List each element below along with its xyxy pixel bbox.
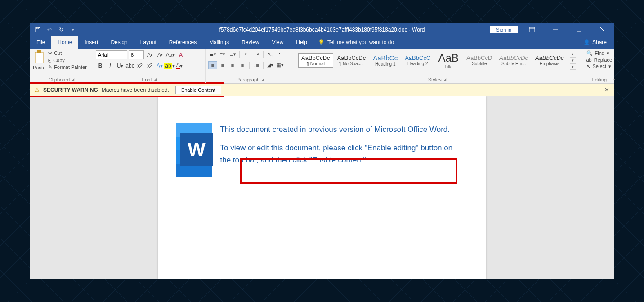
minimize-button[interactable]: [546, 23, 564, 36]
italic-button[interactable]: I: [106, 61, 115, 70]
brush-icon: ✎: [48, 64, 52, 70]
styles-group-label: Styles: [428, 77, 442, 82]
undo-icon[interactable]: ↶: [46, 27, 53, 33]
redo-icon[interactable]: ↻: [58, 27, 64, 33]
svg-rect-1: [529, 27, 535, 32]
group-editing: 🔍Find ▾ abReplace ↖Select ▾ Editing ˄: [579, 49, 620, 83]
close-button[interactable]: [593, 23, 611, 36]
change-case-icon[interactable]: Aa▾: [166, 50, 175, 59]
cut-button[interactable]: ✂Cut: [48, 50, 87, 56]
subscript-button[interactable]: x2: [135, 61, 144, 70]
font-color-icon[interactable]: A▾: [175, 61, 184, 70]
text-effects-icon[interactable]: A▾: [155, 61, 164, 70]
page: W This document created in previous vers…: [158, 96, 486, 279]
editing-group-label: Editing: [591, 77, 607, 82]
font-group-label: Font: [142, 77, 152, 82]
tab-home[interactable]: Home: [51, 36, 78, 49]
paste-button[interactable]: Paste: [33, 50, 45, 70]
font-size-select[interactable]: [129, 50, 144, 59]
style-title[interactable]: AaBTitle: [434, 50, 462, 71]
maximize-button[interactable]: [570, 23, 588, 36]
style--no-spac-[interactable]: AaBbCcDc¶ No Spac...: [334, 53, 369, 68]
styles-up-icon[interactable]: ▴: [570, 51, 576, 57]
tab-insert[interactable]: Insert: [78, 36, 104, 49]
style-emphasis[interactable]: AaBbCcDcEmphasis: [532, 53, 567, 68]
group-styles: AaBbCcDc¶ NormalAaBbCcDc¶ No Spac...AaBb…: [295, 49, 579, 83]
security-warning-bar: ⚠ SECURITY WARNING Macros have been disa…: [30, 84, 614, 96]
superscript-button[interactable]: x2: [145, 61, 154, 70]
window-title: f578d6e7fc4d204ef17549be7ea8f3b6bca4b410…: [219, 27, 425, 33]
word-window: ↶ ↻ ▾ f578d6e7fc4d204ef17549be7ea8f3b6bc…: [30, 23, 614, 279]
group-font: A▴ A▾ Aa▾ A̷ B I U▾ abc x2 x2 A▾ ab▾ A▾: [93, 49, 206, 83]
svg-rect-4: [577, 27, 581, 32]
copy-button[interactable]: ⎘Copy: [48, 58, 87, 63]
ribbon-display-icon[interactable]: [523, 23, 541, 36]
tell-me[interactable]: 💡 Tell me what you want to do: [318, 39, 394, 45]
strikethrough-button[interactable]: abc: [125, 61, 134, 70]
signin-button[interactable]: Sign in: [490, 26, 518, 33]
bold-button[interactable]: B: [96, 61, 105, 70]
tab-view[interactable]: View: [266, 36, 290, 49]
justify-icon[interactable]: ≡: [238, 61, 247, 69]
format-painter-button[interactable]: ✎Format Painter: [48, 64, 87, 70]
font-name-select[interactable]: [96, 50, 127, 59]
find-icon: 🔍: [586, 50, 593, 56]
align-right-icon[interactable]: ≡: [228, 61, 237, 69]
tab-help[interactable]: Help: [290, 36, 313, 49]
font-launcher-icon[interactable]: ◢: [154, 77, 157, 81]
tab-design[interactable]: Design: [104, 36, 134, 49]
ribbon-tabs: FileHomeInsertDesignLayoutReferencesMail…: [30, 36, 614, 49]
titlebar: ↶ ↻ ▾ f578d6e7fc4d204ef17549be7ea8f3b6bc…: [30, 23, 614, 36]
style-subtitle[interactable]: AaBbCcDSubtitle: [463, 53, 495, 68]
replace-button[interactable]: abReplace: [586, 57, 613, 63]
tab-layout[interactable]: Layout: [134, 36, 163, 49]
clipboard-launcher-icon[interactable]: ◢: [72, 77, 74, 81]
share-label: Share: [592, 39, 607, 45]
group-paragraph: ≣▾ ≡▾ ⊟▾ ⇤ ⇥ A↓ ¶ ≡ ≡ ≡ ≡ ↕≡: [206, 49, 295, 83]
shading-icon[interactable]: ◢▾: [266, 61, 275, 69]
tab-mailings[interactable]: Mailings: [203, 36, 235, 49]
tab-review[interactable]: Review: [235, 36, 265, 49]
style-heading-2[interactable]: AaBbCcCHeading 2: [402, 53, 434, 68]
svg-rect-7: [35, 52, 43, 63]
increase-indent-icon[interactable]: ⇥: [252, 50, 261, 59]
enable-content-button[interactable]: Enable Content: [175, 86, 221, 94]
bullets-icon[interactable]: ≣▾: [208, 50, 217, 59]
align-center-icon[interactable]: ≡: [218, 61, 227, 69]
select-button[interactable]: ↖Select ▾: [586, 63, 613, 69]
share-icon: 👤: [583, 39, 590, 45]
security-message: Macros have been disabled.: [102, 87, 169, 93]
sort-icon[interactable]: A↓: [266, 50, 275, 59]
line-spacing-icon[interactable]: ↕≡: [252, 61, 261, 69]
qat-customize-icon[interactable]: ▾: [70, 27, 76, 33]
clear-formatting-icon[interactable]: A̷: [176, 50, 185, 59]
style--normal[interactable]: AaBbCcDc¶ Normal: [298, 53, 333, 68]
grow-font-icon[interactable]: A▴: [145, 50, 154, 59]
close-security-icon[interactable]: ✕: [604, 86, 609, 93]
tab-references[interactable]: References: [163, 36, 203, 49]
show-marks-icon[interactable]: ¶: [276, 50, 285, 59]
underline-button[interactable]: U▾: [116, 61, 125, 70]
multilevel-icon[interactable]: ⊟▾: [228, 50, 237, 59]
align-left-icon[interactable]: ≡: [208, 61, 217, 69]
styles-more-icon[interactable]: ▾: [570, 63, 576, 70]
paragraph-launcher-icon[interactable]: ◢: [261, 77, 264, 81]
save-icon[interactable]: [35, 27, 41, 33]
numbering-icon[interactable]: ≡▾: [218, 50, 227, 59]
highlight-icon[interactable]: ab▾: [165, 61, 174, 70]
paragraph-group-label: Paragraph: [237, 77, 259, 82]
styles-down-icon[interactable]: ▾: [570, 57, 576, 63]
shrink-font-icon[interactable]: A▾: [156, 50, 165, 59]
paste-label: Paste: [33, 65, 45, 70]
qat: ↶ ↻ ▾: [30, 27, 76, 33]
borders-icon[interactable]: ▦▾: [276, 61, 285, 69]
style-subtle-em-[interactable]: AaBbCcDcSubtle Em...: [496, 53, 531, 68]
style-heading-1[interactable]: AaBbCcHeading 1: [370, 53, 401, 68]
share-button[interactable]: 👤 Share: [576, 39, 614, 45]
tab-file[interactable]: File: [30, 36, 51, 49]
decrease-indent-icon[interactable]: ⇤: [242, 50, 251, 59]
styles-launcher-icon[interactable]: ◢: [443, 77, 446, 81]
find-button[interactable]: 🔍Find ▾: [586, 50, 613, 56]
document-area[interactable]: W This document created in previous vers…: [30, 96, 614, 279]
lightbulb-icon: 💡: [318, 39, 325, 45]
